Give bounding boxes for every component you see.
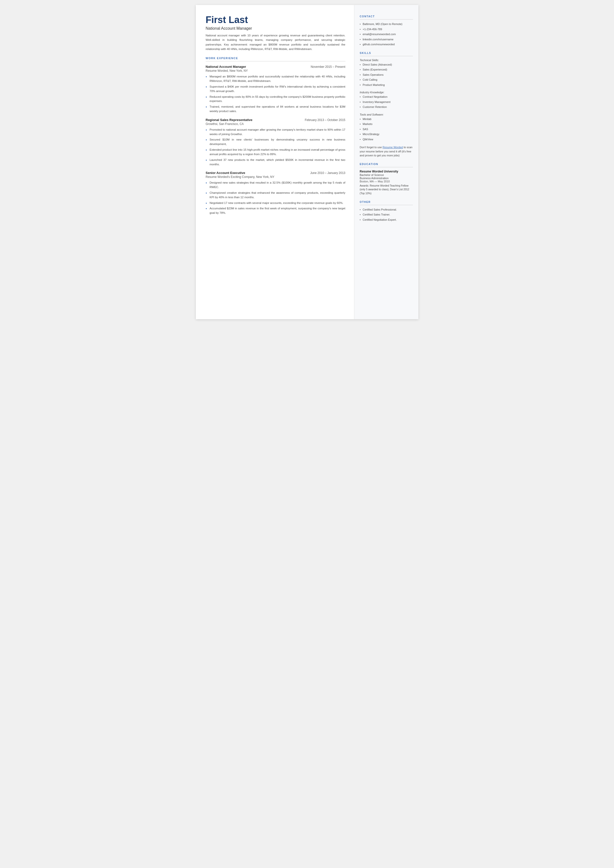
job-header-3: Senior Account Executive June 2010 – Jan…: [206, 171, 346, 175]
tools-skills-label: Tools and Software:: [360, 113, 413, 116]
job-block-3: Senior Account Executive June 2010 – Jan…: [206, 171, 346, 215]
tech-skill-4: Cold Calling: [360, 78, 413, 82]
education-header: EDUCATION: [360, 163, 413, 166]
contact-item-1: Baltimore, MD (Open to Remote): [360, 22, 413, 26]
job-title-header: National Account Manager: [206, 26, 346, 31]
tech-skill-5: Product Marketing: [360, 83, 413, 87]
bullet-1-1: Managed an $800M revenue portfolio and s…: [206, 75, 346, 83]
job-dates-3: June 2010 – January 2013: [310, 171, 345, 175]
job-bullets-2: Promoted to national account manager aft…: [206, 128, 346, 167]
bullet-3-4: Accumulated $23M in sales revenue in the…: [206, 207, 346, 215]
bullet-3-2: Championed creative strategies that enha…: [206, 191, 346, 200]
industry-skills-label: Industry Knowledge:: [360, 91, 413, 94]
job-title-3: Senior Account Executive: [206, 171, 245, 175]
edu-degree: Bachelor of Science: [360, 174, 413, 176]
job-header-1: National Account Manager November 2015 –…: [206, 65, 346, 68]
technical-skills-block: Technical Skills: Direct Sales (Advanced…: [360, 59, 413, 87]
tech-skill-1: Direct Sales (Advanced): [360, 63, 413, 67]
rw-promo: Don't forget to use Resume Worded to sca…: [360, 145, 413, 158]
job-title-1: National Account Manager: [206, 65, 246, 68]
other-section: OTHER Certified Sales Professional. Cert…: [360, 200, 413, 222]
industry-skill-1: Contract Negotiation: [360, 95, 413, 99]
summary-text: National account manager with 10 years o…: [206, 33, 346, 51]
bullet-1-2: Supervised a $40K per month investment p…: [206, 85, 346, 93]
resume-page: First Last National Account Manager Nati…: [196, 5, 419, 319]
tool-1: Minitab: [360, 117, 413, 121]
job-bullets-3: Designed new sales strategies that resul…: [206, 181, 346, 215]
skills-section: SKILLS Technical Skills: Direct Sales (A…: [360, 51, 413, 158]
contact-item-3: email@resumeworded.com: [360, 32, 413, 36]
job-title-2: Regional Sales Representative: [206, 118, 253, 122]
bullet-1-4: Trained, mentored, and supervised the op…: [206, 105, 346, 113]
bullet-2-3: Extended product line into 15 high-profi…: [206, 148, 346, 157]
edu-block-1: Resume Worded University Bachelor of Sci…: [360, 170, 413, 196]
rw-promo-link[interactable]: Resume Worded: [383, 146, 403, 149]
tools-skills-list: Minitab Marketo SAS MicroStrategy QlikVi…: [360, 117, 413, 141]
other-header: OTHER: [360, 200, 413, 203]
bullet-2-2: Secured $10M in new clients' businesses …: [206, 138, 346, 146]
contact-item-5: github.com/resumeworded: [360, 42, 413, 47]
job-dates-2: February 2013 – October 2015: [305, 118, 345, 122]
bullet-2-1: Promoted to national account manager aft…: [206, 128, 346, 137]
job-company-1: Resume Worded, New York, NY: [206, 69, 346, 73]
work-experience-header: WORK EXPERIENCE: [206, 57, 346, 60]
industry-skill-2: Inventory Management: [360, 100, 413, 104]
contact-list: Baltimore, MD (Open to Remote) +1-234-45…: [360, 22, 413, 47]
contact-item-2: +1-234-456-789: [360, 27, 413, 31]
education-section: EDUCATION Resume Worded University Bache…: [360, 163, 413, 196]
industry-skill-3: Customer Retention: [360, 105, 413, 109]
edu-location: Boston, MA — May 2010: [360, 180, 413, 183]
job-header-2: Regional Sales Representative February 2…: [206, 118, 346, 122]
tool-5: QlikView: [360, 137, 413, 141]
bullet-3-3: Negotiated 17 new contracts with several…: [206, 201, 346, 205]
industry-skills-block: Industry Knowledge: Contract Negotiation…: [360, 91, 413, 109]
right-column: CONTACT Baltimore, MD (Open to Remote) +…: [354, 5, 419, 319]
job-company-3: Resume Worded's Exciting Company, New Yo…: [206, 175, 346, 179]
job-block-1: National Account Manager November 2015 –…: [206, 65, 346, 113]
job-dates-1: November 2015 – Present: [310, 65, 345, 68]
technical-skills-list: Direct Sales (Advanced) Sales (Experienc…: [360, 63, 413, 87]
job-bullets-1: Managed an $800M revenue portfolio and s…: [206, 75, 346, 113]
tech-skill-3: Sales Operations: [360, 73, 413, 77]
other-list: Certified Sales Professional. Certified …: [360, 208, 413, 222]
bullet-3-1: Designed new sales strategies that resul…: [206, 181, 346, 189]
tool-3: SAS: [360, 127, 413, 131]
skills-divider: [360, 56, 413, 56]
promo-prefix: Don't forget to use: [360, 146, 383, 149]
left-column: First Last National Account Manager Nati…: [196, 5, 354, 319]
technical-skills-label: Technical Skills:: [360, 59, 413, 62]
other-item-1: Certified Sales Professional.: [360, 208, 413, 212]
other-item-3: Certified Negotiation Expert.: [360, 218, 413, 222]
tool-4: MicroStrategy: [360, 132, 413, 136]
skills-header: SKILLS: [360, 51, 413, 54]
edu-university: Resume Worded University: [360, 170, 413, 173]
industry-skills-list: Contract Negotiation Inventory Managemen…: [360, 95, 413, 109]
job-block-2: Regional Sales Representative February 2…: [206, 118, 346, 167]
job-company-2: Growthsi, San Francisco, CA: [206, 122, 346, 126]
edu-awards: Awards: Resume Worded Teaching Fellow (o…: [360, 184, 413, 196]
bullet-1-3: Reduced operating costs by 80% in 55 day…: [206, 95, 346, 104]
contact-header: CONTACT: [360, 15, 413, 18]
name-section: First Last National Account Manager Nati…: [206, 15, 346, 51]
tools-skills-block: Tools and Software: Minitab Marketo SAS …: [360, 113, 413, 141]
tool-2: Marketo: [360, 122, 413, 126]
other-item-2: Certified Sales Trainer.: [360, 213, 413, 217]
tech-skill-2: Sales (Experienced): [360, 68, 413, 72]
contact-divider: [360, 19, 413, 20]
contact-item-4: linkedin.com/in/username: [360, 37, 413, 42]
bullet-2-4: Launched 37 new products to the market, …: [206, 158, 346, 167]
edu-field: Business Administration: [360, 177, 413, 180]
full-name: First Last: [206, 15, 346, 25]
